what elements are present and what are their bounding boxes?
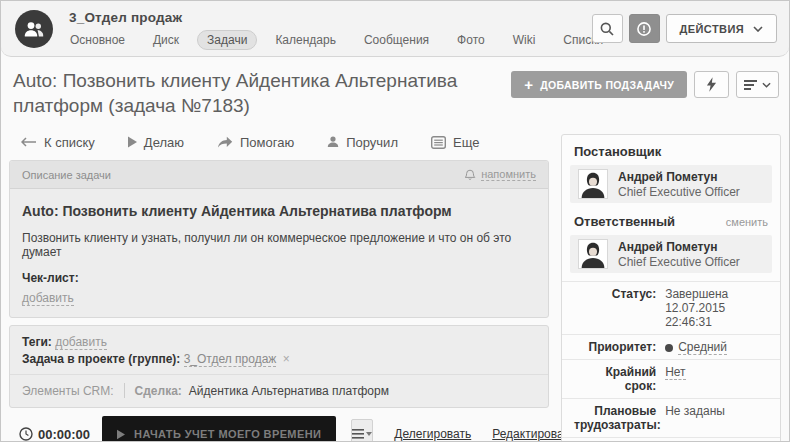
plus-icon: + [524,77,533,92]
back-arrow-icon [21,137,37,147]
time-spent-row: Затрачено времени: 00:00:00 [562,437,780,442]
actions-button-label: ДЕЙСТВИЯ [680,23,744,35]
description-panel-body: Auto: Позвонить клиенту Айдентика Альтер… [10,189,548,317]
nav-item-wiki[interactable]: Wiki [503,30,546,50]
nav-item-photo[interactable]: Фото [447,30,495,50]
remind-link-label: напомнить [481,168,536,181]
tab-label: К списку [44,135,95,150]
avatar [578,169,608,199]
deadline-row: Крайний срок: Нет [562,359,780,398]
change-responsible-link[interactable]: сменить [726,216,768,228]
tab-label: Помогаю [240,135,294,150]
chevron-down-icon [753,26,763,32]
search-icon [599,21,615,37]
creator-name[interactable]: Андрей Пометун [618,170,740,184]
title-buttons: + ДОБАВИТЬ ПОДЗАДАЧУ [511,71,779,98]
deal-label: Сделка: [135,384,182,398]
project-row: Задача в проекте (группе): 3_Отдел прода… [22,352,536,366]
tab-assigned[interactable]: Поручил [327,135,398,150]
tab-label: Делаю [144,135,184,150]
checklist-label: Чек-лист: [22,271,536,285]
automation-button[interactable] [694,71,729,98]
priority-value: Средний [665,340,768,354]
deal-link[interactable]: Айдентика Альтернатива платформ [189,384,389,398]
timer-value: 00:00:00 [38,427,90,442]
task-page: 3_Отдел продаж Основное Диск Задачи Кале… [0,0,790,442]
planned-effort-value: Не заданы [665,404,768,432]
tab-label: Еще [453,135,479,150]
crm-label: Элементы CRM: [22,384,114,398]
responsible-card[interactable]: Андрей Пометун Chief Executive Officer [570,235,772,273]
creator-role: Chief Executive Officer [618,185,740,199]
nav-item-disk[interactable]: Диск [143,30,189,50]
tags-panel: Теги: добавить Задача в проекте (группе)… [9,325,549,408]
top-bar: 3_Отдел продаж Основное Диск Задачи Кале… [1,1,789,57]
task-description: Позвонить клиенту и узнать, получил ли о… [22,231,536,259]
project-link[interactable]: 3_Отдел продаж [184,352,277,367]
add-subtask-button[interactable]: + ДОБАВИТЬ ПОДЗАДАЧУ [511,71,687,98]
deadline-value: Нет [665,365,768,393]
tab-more[interactable]: Еще [431,135,479,150]
time-bar-menu-button[interactable] [351,419,373,442]
chevron-down-icon [762,82,771,88]
nav-item-messages[interactable]: Сообщения [354,30,439,50]
alert-button[interactable] [629,14,660,43]
title-menu-button[interactable] [736,71,779,98]
deadline-link[interactable]: Нет [665,365,685,380]
task-main-column: К списку Делаю Помогаю [9,124,549,442]
remind-link[interactable]: напомнить [464,168,536,181]
tags-row: Теги: добавить [22,335,536,349]
project-label: Задача в проекте (группе): [22,352,180,366]
group-title: 3_Отдел продаж [69,10,621,25]
description-panel-header: Описание задачи напомнить [10,161,548,189]
status-label: Статус: [574,287,665,329]
deadline-label: Крайний срок: [574,365,665,393]
start-time-tracking-button[interactable]: НАЧАТЬ УЧЕТ МОЕГО ВРЕМЕНИ [102,416,336,442]
start-time-tracking-label: НАЧАТЬ УЧЕТ МОЕГО ВРЕМЕНИ [134,428,321,440]
tab-doing[interactable]: Делаю [128,135,184,150]
title-row: Auto: Позвонить клиенту Айдентика Альтер… [1,57,789,124]
play-icon [117,429,125,440]
play-icon [128,136,137,148]
tab-back-to-list[interactable]: К списку [21,135,95,150]
clock-icon [19,427,33,441]
alert-icon [636,21,652,37]
checklist-add-link[interactable]: добавить [22,291,74,306]
remove-project-icon[interactable]: × [283,352,290,366]
planned-effort-label: Плановые трудозатраты: [574,404,665,432]
lightning-icon [706,77,717,92]
forward-arrow-icon [217,136,233,148]
nav-item-tasks[interactable]: Задачи [197,30,257,50]
person-icon [327,136,339,148]
caret-down-icon [366,432,372,436]
priority-row: Приоритет: Средний [562,334,780,359]
nav-item-calendar[interactable]: Календарь [265,30,346,50]
search-button[interactable] [592,14,623,43]
time-tracking-bar: 00:00:00 НАЧАТЬ УЧЕТ МОЕГО ВРЕМЕНИ [9,416,549,442]
priority-link[interactable]: Средний [678,340,727,355]
delegate-link[interactable]: Делегировать [394,427,471,441]
planned-effort-row: Плановые трудозатраты: Не заданы [562,398,780,437]
content: К списку Делаю Помогаю [1,124,789,442]
list-box-icon [431,136,446,149]
elapsed-timer: 00:00:00 [19,427,90,442]
responsible-name[interactable]: Андрей Пометун [618,240,740,254]
crm-row: Элементы CRM: Сделка: Айдентика Альтерна… [22,375,536,398]
responsible-heading: Ответственный [574,214,675,229]
task-details-sidebar: Постановщик Андрей Пометун Chief Executi… [561,134,781,442]
group-avatar[interactable] [15,10,53,48]
list-menu-icon [744,79,758,91]
group-nav: Основное Диск Задачи Календарь Сообщения… [60,30,621,50]
tab-helping[interactable]: Помогаю [217,135,294,150]
responsible-info: Андрей Пометун Chief Executive Officer [618,240,740,269]
description-panel-title: Описание задачи [22,169,111,181]
creator-card[interactable]: Андрей Пометун Chief Executive Officer [570,165,772,203]
nav-item-main[interactable]: Основное [60,30,135,50]
tags-add-link[interactable]: добавить [55,335,107,350]
task-view-tabs: К списку Делаю Помогаю [9,124,549,160]
avatar [578,239,608,269]
group-icon [22,17,46,41]
page-title-number: (задача №7183) [108,95,250,116]
actions-button[interactable]: ДЕЙСТВИЯ [666,14,777,43]
divider [124,383,125,398]
